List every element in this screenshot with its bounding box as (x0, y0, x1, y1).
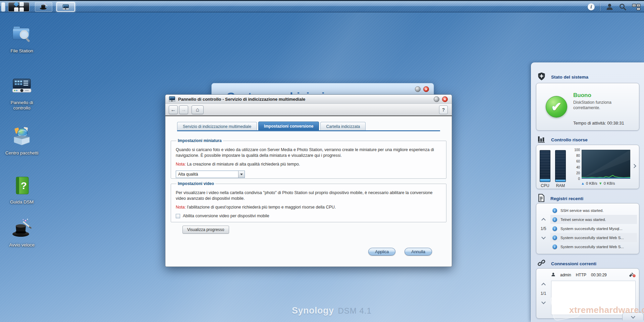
chevron-down-icon[interactable] (238, 171, 245, 178)
ram-gauge (555, 150, 566, 182)
taskbar: i (0, 0, 644, 12)
network-chart-yaxis: 100 80 60 40 20 0 (569, 148, 580, 181)
connections-body: 1/1 admin HTTP 00:30:29 (536, 268, 639, 319)
page-up-chevron[interactable] (541, 218, 546, 222)
control-panel-window-icon (169, 96, 175, 102)
recent-logs-header: Registri recenti (537, 194, 583, 203)
widget-title: Stato del sistema (551, 75, 588, 80)
log-row: i Telnet service was started. (550, 215, 637, 224)
media-indexing-dialog: Pannello di controllo - Servizio di indi… (165, 94, 452, 267)
home-button[interactable]: ⌂ (192, 105, 204, 114)
note-label: Nota: (176, 205, 186, 210)
desktop-icon-label: Avvio veloce (4, 242, 39, 248)
main-menu-button[interactable] (8, 2, 30, 12)
checkbox-icon[interactable] (176, 214, 180, 218)
file-station-icon (11, 24, 33, 47)
taskbar-separator (600, 3, 600, 11)
ram-label: RAM (555, 183, 566, 188)
group-legend: Impostazioni miniatura (176, 138, 223, 143)
close-button[interactable]: × (442, 96, 448, 102)
widget-title: Connessioni correnti (551, 261, 596, 266)
page-indicator: 1/5 (541, 226, 546, 231)
log-row: i System successfully started Web S... (550, 233, 637, 242)
group-legend: Impostazioni video (176, 181, 215, 186)
upload-arrow-icon: ▲ (581, 181, 585, 185)
uptime-text: Tempo di attività: 00:38:31 (573, 121, 624, 126)
network-rates: ▲ 0 KB/s ▼ 0 KB/s (581, 181, 615, 185)
apply-button[interactable]: Applica (368, 248, 395, 256)
minimize-button[interactable] (415, 86, 421, 92)
resource-detail-chevron[interactable] (632, 164, 636, 168)
page-down-chevron[interactable] (541, 300, 546, 304)
video-settings-group: Impostazioni video Per visualizzare i vi… (171, 181, 446, 222)
cpu-gauge (540, 150, 550, 182)
status-text: Buono (573, 92, 591, 99)
upload-rate: 0 KB/s (586, 181, 597, 185)
network-chart (582, 150, 630, 179)
widget-panel-collapse-tab[interactable] (622, 312, 644, 320)
desktop-icon-label: Centro pacchetti (4, 150, 39, 156)
desktop-icon-label: Guida DSM (4, 199, 39, 205)
widget-title: Registri recenti (550, 196, 583, 201)
link-icon (537, 259, 546, 269)
show-desktop-button[interactable] (1, 2, 5, 12)
disconnect-icon[interactable] (629, 272, 636, 278)
forward-button[interactable]: → (179, 105, 188, 114)
tab-strip: Servizio di indicizzazione multimediale … (177, 122, 367, 131)
dsm-version: DSM 4.1 (338, 306, 372, 316)
chevron-down-icon (631, 314, 635, 319)
page-down-chevron[interactable] (541, 235, 546, 239)
mobile-video-conversion-checkbox[interactable]: Abilita conversione video per dispositiv… (176, 214, 441, 218)
search-icon[interactable] (619, 3, 627, 11)
synology-logo: Synology (292, 306, 334, 316)
taskbar-item-control-panel[interactable] (56, 2, 75, 12)
info-icon: i (552, 244, 557, 249)
note-label: Nota: (176, 162, 186, 167)
view-progress-button[interactable]: Visualizza progresso (182, 226, 229, 234)
help-book-icon: ? (11, 175, 33, 198)
system-status-body: ✔ Buono DiskStation funziona correttamen… (536, 83, 639, 131)
desktop-icon-package-center[interactable]: Centro pacchetti (3, 126, 40, 156)
widget-panel: Stato del sistema ✔ Buono DiskStation fu… (531, 62, 644, 322)
status-detail: DiskStation funziona correttamente. (573, 100, 634, 110)
widgets-icon[interactable] (632, 3, 641, 11)
quality-select[interactable]: Alta qualità (176, 171, 245, 178)
back-button[interactable]: ← (169, 105, 178, 114)
page-up-chevron[interactable] (541, 283, 546, 287)
desktop-icon-quick-start[interactable]: Avvio veloce (3, 218, 40, 248)
close-button[interactable]: × (423, 86, 429, 92)
resource-monitor-body: CPU RAM 100 80 60 40 20 0 (536, 145, 639, 189)
help-button[interactable]: ? (439, 105, 448, 114)
tab-underline (177, 130, 440, 131)
desktop-icon-file-station[interactable]: File Station (3, 24, 40, 54)
shield-icon (537, 72, 546, 82)
magic-hat-icon (39, 2, 48, 12)
magic-hat-icon (11, 218, 33, 241)
connections-header: Connessioni correnti (537, 259, 596, 269)
info-icon: i (552, 226, 557, 231)
minimize-button[interactable] (434, 96, 439, 102)
tab-conversion-settings[interactable]: Impostazioni conversione (258, 122, 319, 131)
dialog-titlebar[interactable]: Pannello di controllo - Servizio di indi… (165, 95, 452, 104)
tab-indexed-folder[interactable]: Cartella indicizzata (320, 122, 366, 131)
logs-pager: 1/5 (536, 203, 550, 254)
cancel-button[interactable]: Annulla (405, 248, 432, 256)
recent-logs-body: 1/5 i SSH service was started. i Telnet … (536, 203, 639, 254)
taskbar-item-quick-launch[interactable] (35, 2, 52, 12)
info-icon[interactable]: i (588, 3, 595, 10)
bar-chart-icon (537, 135, 546, 144)
user-icon[interactable] (606, 3, 613, 11)
note-text: l'abilitazione di quest'opzione richiede… (187, 205, 336, 210)
connection-row: admin HTTP 00:30:29 (551, 271, 636, 279)
cpu-label: CPU (540, 183, 550, 188)
desktop-icon-dsm-help[interactable]: ? Guida DSM (3, 175, 40, 205)
tab-media-indexing-service[interactable]: Servizio di indicizzazione multimediale (177, 122, 257, 131)
control-panel-icon (11, 75, 33, 99)
note-line: Nota: l'abilitazione di quest'opzione ri… (176, 205, 441, 210)
svg-text:?: ? (21, 180, 27, 191)
log-row: i System successfully started Mysql... (550, 224, 637, 233)
desktop: i (0, 0, 644, 322)
connections-pager: 1/1 (536, 269, 550, 318)
thumbnail-settings-group: Impostazioni miniatura Quando si carican… (171, 138, 446, 179)
desktop-icon-control-panel[interactable]: Pannello di controllo (3, 75, 40, 111)
